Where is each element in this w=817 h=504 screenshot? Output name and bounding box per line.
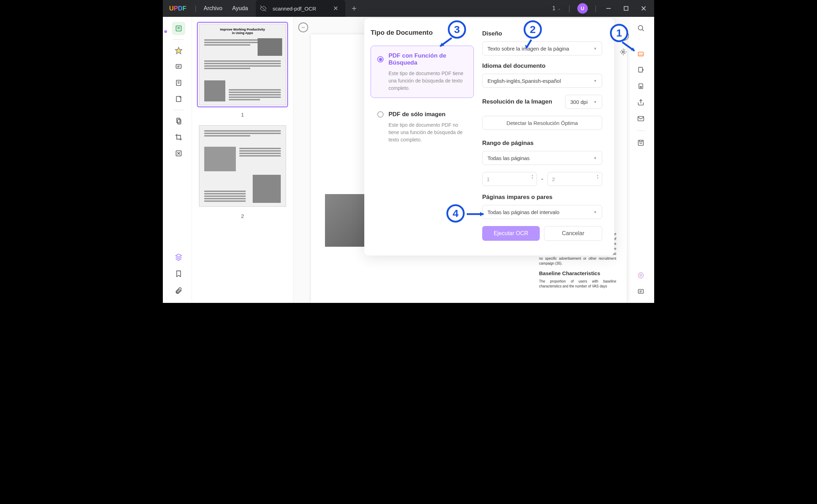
input-value: 2 <box>552 176 555 182</box>
svg-text:OCR: OCR <box>638 53 644 56</box>
protect-button[interactable] <box>635 80 647 93</box>
chevron-down-icon: ▼ <box>593 100 597 104</box>
page-thumbnail-2[interactable] <box>197 123 288 209</box>
language-label: Idioma del documento <box>482 62 602 69</box>
bookmark-tool[interactable] <box>172 267 185 280</box>
menu-file[interactable]: Archivo <box>199 5 227 12</box>
arrow-icon <box>620 40 638 54</box>
language-select[interactable]: English-inglés,Spanish-español▼ <box>482 74 602 88</box>
option-image-pdf[interactable]: PDF de sólo imagen Este tipo de document… <box>371 104 474 150</box>
menu-help[interactable]: Ayuda <box>227 5 253 12</box>
close-button[interactable] <box>636 1 651 15</box>
cancel-button[interactable]: Cancelar <box>544 226 602 241</box>
select-value: Todas las páginas del intervalo <box>487 209 559 215</box>
action-buttons: Ejecutar OCR Cancelar <box>482 226 602 241</box>
save-button[interactable] <box>635 137 647 149</box>
divider <box>637 131 645 131</box>
page-range-label: Rango de páginas <box>482 140 602 147</box>
convert-button[interactable] <box>635 64 647 77</box>
page-number: 1 <box>552 5 556 12</box>
spinner-icon[interactable]: ▲▼ <box>531 174 534 180</box>
document-tab[interactable]: scanned-pdf_OCR ✕ <box>256 0 345 17</box>
share-button[interactable] <box>635 96 647 109</box>
thumbnail-panel: Improve Working Productivityin Using App… <box>192 17 293 303</box>
page-dropdown[interactable]: 1⌄ <box>549 5 564 12</box>
svg-rect-14 <box>177 118 180 123</box>
new-tab-button[interactable]: + <box>345 4 363 13</box>
eye-off-icon <box>260 5 266 12</box>
email-button[interactable] <box>635 112 647 125</box>
input-value: 1 <box>487 176 490 182</box>
svg-rect-21 <box>639 67 643 72</box>
reader-tool[interactable] <box>172 22 185 35</box>
page-range-inputs: 1▲▼ - 2▲▼ <box>482 172 602 186</box>
right-bottom <box>635 269 647 298</box>
app-window: UPDF | Archivo Ayuda scanned-pdf_OCR ✕ +… <box>163 0 654 303</box>
radio-icon <box>377 56 384 62</box>
option-title: PDF de sólo imagen <box>388 111 445 118</box>
thumbnail-image: Improve Working Productivityin Using App… <box>199 24 286 105</box>
option-searchable-pdf[interactable]: PDF con Función de Búsqueda Este tipo de… <box>371 46 474 98</box>
ocr-panel: Tipo de Documento PDF con Función de Bús… <box>364 18 614 256</box>
search-button[interactable] <box>635 22 647 34</box>
option-title: PDF con Función de Búsqueda <box>388 52 467 66</box>
organize-tool[interactable] <box>172 114 185 128</box>
layers-tool[interactable] <box>172 250 185 264</box>
chevron-down-icon: ▼ <box>593 47 597 51</box>
design-select[interactable]: Texto sobre la imagen de la página▼ <box>482 41 602 55</box>
panel-right: Diseño Texto sobre la imagen de la págin… <box>480 18 614 247</box>
divider <box>173 39 184 40</box>
doc-paragraph: The proportion of users with baseline ch… <box>539 279 616 289</box>
svg-rect-25 <box>638 140 644 146</box>
form-tool[interactable] <box>172 92 185 106</box>
chevron-down-icon: ▼ <box>593 79 597 83</box>
spinner-icon[interactable]: ▲▼ <box>596 174 599 180</box>
logo-p: P <box>174 5 178 12</box>
comment-tool[interactable] <box>172 60 185 73</box>
separator: | <box>593 5 599 13</box>
svg-point-26 <box>640 274 642 276</box>
svg-rect-23 <box>640 86 642 88</box>
maximize-button[interactable] <box>618 1 634 15</box>
option-desc: Este tipo de documento PDF no tiene una … <box>377 121 467 144</box>
callout-3: 3 <box>448 20 466 39</box>
range-from-input[interactable]: 1▲▼ <box>482 172 537 186</box>
bottom-tools <box>172 250 185 297</box>
run-ocr-button[interactable]: Ejecutar OCR <box>482 226 540 241</box>
arrow-icon <box>521 38 538 52</box>
design-label: Diseño <box>482 30 602 37</box>
chevron-down-icon: ⌄ <box>558 6 561 11</box>
detect-resolution-button[interactable]: Detectar la Resolución Óptima <box>482 116 602 130</box>
separator: | <box>193 5 199 13</box>
thumbnail-image <box>199 125 286 207</box>
logo-d: D <box>178 5 182 12</box>
callout-1: 1 <box>610 24 628 42</box>
crop-tool[interactable] <box>172 131 185 144</box>
logo-u: U <box>169 5 174 12</box>
svg-point-17 <box>638 26 643 30</box>
zoom-out-button[interactable]: − <box>298 22 308 32</box>
highlight-tool[interactable] <box>172 44 185 57</box>
chat-button[interactable] <box>635 285 647 298</box>
callout-4: 4 <box>446 204 465 223</box>
svg-rect-15 <box>178 119 181 124</box>
option-desc: Este tipo de documento PDF tiene una fun… <box>377 70 467 92</box>
odd-even-select[interactable]: Todas las páginas del intervalo▼ <box>482 205 602 219</box>
ai-button[interactable] <box>635 269 647 282</box>
page-range-select[interactable]: Todas las páginas▼ <box>482 151 602 165</box>
tab-close-button[interactable]: ✕ <box>331 5 340 12</box>
edit-tool[interactable] <box>172 76 185 89</box>
redact-tool[interactable] <box>172 147 185 160</box>
logo-f: F <box>182 5 186 12</box>
titlebar-right: 1⌄ | U | <box>549 1 654 15</box>
user-avatar[interactable]: U <box>577 3 588 14</box>
attachment-tool[interactable] <box>172 284 185 297</box>
range-to-input[interactable]: 2▲▼ <box>547 172 602 186</box>
app-logo: UPDF <box>163 5 193 12</box>
minimize-button[interactable] <box>601 1 616 15</box>
page-thumbnail-1[interactable]: Improve Working Productivityin Using App… <box>197 22 288 107</box>
svg-line-18 <box>642 29 644 31</box>
select-value: 300 dpi <box>570 99 587 105</box>
indicator-dot <box>164 30 167 33</box>
resolution-select[interactable]: 300 dpi▼ <box>565 95 602 109</box>
